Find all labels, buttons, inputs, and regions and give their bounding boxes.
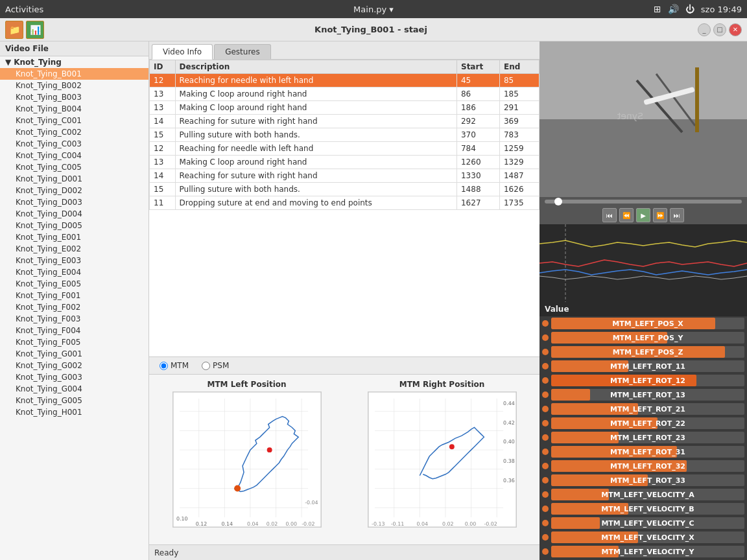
value-item: MTM_LEFT_POS_X (540, 316, 747, 331)
tab-video-info[interactable]: Video Info (152, 44, 213, 60)
table-row[interactable]: 15Pulling suture with both hands.370783 (150, 128, 540, 142)
svg-text:0.00: 0.00 (285, 521, 297, 527)
svg-text:0.10: 0.10 (176, 516, 188, 522)
radio-psm[interactable]: PSM (202, 361, 229, 370)
sidebar-item[interactable]: Knot_Tying_C003 (0, 138, 148, 150)
sidebar-item[interactable]: Knot_Tying_E003 (0, 255, 148, 266)
sidebar-item[interactable]: Knot_Tying_D005 (0, 220, 148, 231)
value-item: MTM_LEFT_VELOCITY_B (540, 502, 747, 516)
sidebar-item[interactable]: Knot_Tying_E004 (0, 266, 148, 278)
tree-root-label: Knot_Tying (14, 58, 62, 67)
playback-bar (540, 197, 747, 206)
value-item: MTM_LEFT_POS_Z (540, 345, 747, 359)
value-bar-container: MTM_LEFT_POS_Z (551, 346, 744, 358)
table-cell-id: 14 (150, 169, 176, 183)
skip-to-start-button[interactable]: ⏮ (602, 208, 617, 222)
sidebar-item[interactable]: Knot_Tying_D002 (0, 185, 148, 196)
col-description: Description (175, 60, 456, 74)
sidebar-item[interactable]: Knot_Tying_B004 (0, 103, 148, 115)
values-panel: Value MTM_LEFT_POS_XMTM_LEFT_POS_YMTM_LE… (540, 302, 747, 560)
table-row[interactable]: 14Reaching for suture with right hand133… (150, 169, 540, 183)
value-dot (542, 477, 549, 484)
sidebar-item[interactable]: Knot_Tying_E005 (0, 278, 148, 290)
seek-bar[interactable] (545, 200, 742, 204)
value-label: MTM_LEFT_ROT_22 (551, 419, 744, 428)
sidebar-item[interactable]: Knot_Tying_D004 (0, 208, 148, 220)
sidebar-item[interactable]: Knot_Tying_C002 (0, 126, 148, 138)
value-item: MTM_LEFT_VELOCITY_A (540, 487, 747, 502)
app-dropdown-icon[interactable]: ▾ (389, 5, 394, 14)
left-chart-svg: 0.10 0.12 0.14 0.04 0.02 0.00 -0.02 -0.0… (172, 391, 322, 528)
sidebar-item[interactable]: Knot_Tying_B002 (0, 80, 148, 91)
skip-to-end-button[interactable]: ⏭ (670, 208, 684, 222)
table-cell-id: 13 (150, 101, 176, 115)
svg-text:0.04: 0.04 (247, 521, 259, 527)
value-bar-container: MTM_LEFT_VELOCITY_A (551, 489, 744, 500)
table-row[interactable]: 13Making C loop around right hand186291 (150, 101, 540, 115)
sidebar-item[interactable]: Knot_Tying_F001 (0, 290, 148, 301)
svg-text:-0.02: -0.02 (484, 521, 497, 527)
value-dot (542, 406, 549, 412)
close-button[interactable]: ✕ (729, 23, 742, 36)
sidebar-item[interactable]: Knot_Tying_C005 (0, 161, 148, 173)
sidebar-item[interactable]: Knot_Tying_F002 (0, 301, 148, 313)
table-row[interactable]: 11Dropping suture at end and moving to e… (150, 196, 540, 210)
sidebar-item[interactable]: Knot_Tying_F004 (0, 325, 148, 336)
radio-mtm-input[interactable] (160, 362, 168, 370)
sidebar-item[interactable]: Knot_Tying_F005 (0, 336, 148, 348)
video-preview: Synet (540, 41, 747, 197)
sidebar-item[interactable]: Knot_Tying_G001 (0, 348, 148, 360)
value-bar-container: MTM_LEFT_ROT_12 (551, 375, 744, 386)
window-bar: 📁 📊 Knot_Tying_B001 - staej _ □ ✕ (0, 18, 747, 41)
sidebar-item[interactable]: Knot_Tying_C004 (0, 150, 148, 161)
toolbar-icon-2[interactable]: 📊 (26, 21, 44, 39)
table-row[interactable]: 15Pulling suture with both hands.1488162… (150, 183, 540, 196)
sidebar-item[interactable]: Knot_Tying_F003 (0, 313, 148, 325)
table-row[interactable]: 12Reaching for needle with left hand4585 (150, 74, 540, 88)
sidebar-item[interactable]: Knot_Tying_C001 (0, 115, 148, 126)
table-row[interactable]: 14Reaching for suture with right hand292… (150, 115, 540, 128)
sidebar-item[interactable]: Knot_Tying_G004 (0, 383, 148, 395)
table-cell-start: 1627 (456, 196, 499, 210)
table-cell-end: 185 (499, 88, 539, 101)
table-row[interactable]: 13Making C loop around right hand1260132… (150, 156, 540, 169)
value-dot (542, 520, 549, 526)
topbar-right: ⊞ 🔊 ⏻ szo 19:49 (654, 4, 742, 14)
radio-mtm[interactable]: MTM (160, 361, 189, 370)
radio-psm-input[interactable] (202, 362, 210, 370)
sidebar-item[interactable]: Knot_Tying_G002 (0, 360, 148, 371)
right-panel: Synet ⏮ ⏪ ▶ ⏩ ⏭ (540, 41, 747, 560)
sidebar-item[interactable]: Knot_Tying_H001 (0, 406, 148, 418)
status-text: Ready (154, 548, 178, 557)
tree-root[interactable]: ▼ Knot_Tying (0, 56, 148, 68)
table-row[interactable]: 13Making C loop around right hand86185 (150, 88, 540, 101)
svg-rect-49 (540, 119, 747, 197)
sidebar-item[interactable]: Knot_Tying_B001 (0, 68, 148, 80)
sidebar-item[interactable]: Knot_Tying_D001 (0, 173, 148, 185)
rewind-button[interactable]: ⏪ (619, 208, 634, 222)
app-name: Main.py (353, 5, 386, 14)
sidebar-item[interactable]: Knot_Tying_G005 (0, 395, 148, 406)
sidebar-item[interactable]: Knot_Tying_E002 (0, 243, 148, 255)
seek-handle[interactable] (554, 198, 562, 205)
network-icon: ⊞ (654, 4, 661, 14)
sidebar-item[interactable]: Knot_Tying_D003 (0, 196, 148, 208)
value-dot (542, 491, 549, 498)
table-cell-desc: Dropping suture at end and moving to end… (175, 196, 456, 210)
right-chart-svg: 0.44 0.42 0.40 0.38 0.36 -0.13 -0.11 0.0… (368, 391, 517, 528)
activities-label[interactable]: Activities (5, 5, 43, 14)
sidebar-item[interactable]: Knot_Tying_E001 (0, 231, 148, 243)
play-button[interactable]: ▶ (636, 208, 650, 222)
tab-gestures[interactable]: Gestures (214, 44, 271, 59)
sidebar-item[interactable]: Knot_Tying_B003 (0, 91, 148, 103)
minimize-button[interactable]: _ (698, 23, 711, 36)
toolbar-icon-1[interactable]: 📁 (5, 21, 23, 39)
value-dot (542, 334, 549, 341)
sidebar-item[interactable]: Knot_Tying_G003 (0, 371, 148, 383)
maximize-button[interactable]: □ (713, 23, 726, 36)
table-cell-desc: Reaching for suture with right hand (175, 115, 456, 128)
table-cell-id: 12 (150, 142, 176, 156)
table-row[interactable]: 12Reaching for needle with left hand7841… (150, 142, 540, 156)
fast-forward-button[interactable]: ⏩ (653, 208, 667, 222)
svg-text:-0.11: -0.11 (390, 521, 403, 527)
